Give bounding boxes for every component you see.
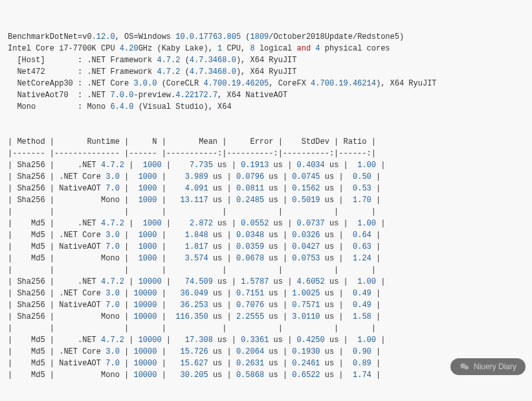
header-line5: NetCoreApp30 : .NET Core 3.0.0 (CoreCLR … (8, 79, 437, 88)
wechat-icon (460, 361, 470, 372)
header-line4: Net472 : .NET Framework 4.7.2 (4.7.3468.… (8, 67, 297, 76)
watermark: Niuery Diary (450, 358, 526, 375)
table-separator: |------- |-------------- |------ |------… (8, 149, 376, 158)
svg-point-1 (464, 365, 469, 370)
header-line2: Intel Core i7-7700K CPU 4.20GHz (Kaby La… (8, 44, 390, 53)
header-line6: NativeAot70 : .NET 7.0.0-preview.4.22172… (8, 91, 287, 100)
benchmark-table-body: | Sha256 | .NET 4.7.2 | 1000 | 7.735 us … (8, 159, 524, 381)
header-line7: Mono : Mono 6.4.0 (Visual Studio), X64 (8, 102, 232, 111)
header-line1: BenchmarkDotNet=v0.12.0, OS=Windows 10.0… (8, 32, 404, 41)
watermark-text: Niuery Diary (474, 361, 516, 372)
table-header: | Method | Runtime | N | Mean | Error | … (8, 137, 376, 146)
header-line3: [Host] : .NET Framework 4.7.2 (4.7.3468.… (8, 56, 297, 65)
